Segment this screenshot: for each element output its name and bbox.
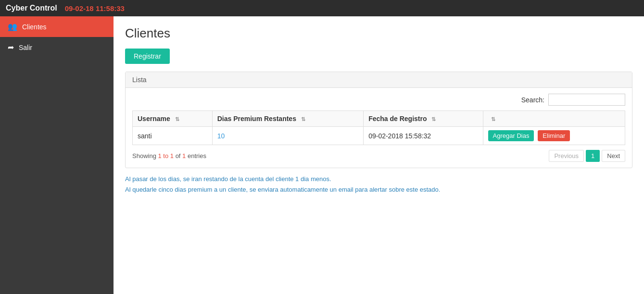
cell-dias-premium: 10 [212, 127, 363, 145]
table-wrapper: Search: Username ⇅ Dias Premium Restante… [126, 88, 632, 168]
col-username: Username ⇅ [133, 111, 213, 127]
clientes-icon: 👥 [8, 22, 17, 31]
content-area: Clientes Registrar Lista Search: Usernam… [114, 16, 644, 294]
app-title: Cyber Control [6, 4, 57, 12]
sort-dias-icon[interactable]: ⇅ [301, 116, 305, 122]
register-button[interactable]: Registrar [125, 49, 170, 64]
cell-actions: Agregar Dias Eliminar [483, 127, 625, 145]
topbar: Cyber Control 09-02-18 11:58:33 [0, 0, 644, 16]
search-label: Search: [521, 96, 544, 104]
sort-username-icon[interactable]: ⇅ [175, 116, 179, 122]
info-note-2: Al quedarle cinco dias premium a un clie… [125, 184, 632, 195]
previous-button[interactable]: Previous [549, 150, 584, 162]
cell-fecha-registro: 09-02-2018 15:58:32 [364, 127, 483, 145]
table-row: santi 10 09-02-2018 15:58:32 Agregar Dia… [133, 127, 625, 145]
datetime: 09-02-18 11:58:33 [65, 4, 125, 12]
search-row: Search: [132, 94, 625, 106]
table-head: Username ⇅ Dias Premium Restantes ⇅ Fech… [133, 111, 625, 127]
salir-icon: ➦ [8, 43, 14, 52]
info-note-1: Al pasar de los dias, se iran restando d… [125, 174, 632, 184]
col-dias-premium: Dias Premium Restantes ⇅ [212, 111, 363, 127]
cell-username: santi [133, 127, 213, 145]
clients-table: Username ⇅ Dias Premium Restantes ⇅ Fech… [132, 110, 625, 145]
delete-button[interactable]: Eliminar [538, 130, 570, 141]
table-card-header: Lista [126, 72, 632, 88]
sidebar-item-clientes[interactable]: 👥 Clientes [0, 16, 114, 37]
main-layout: 👥 Clientes ➦ Salir Clientes Registrar Li… [0, 16, 644, 294]
table-header-row: Username ⇅ Dias Premium Restantes ⇅ Fech… [133, 111, 625, 127]
info-notes: Al pasar de los dias, se iran restando d… [125, 174, 632, 195]
table-body: santi 10 09-02-2018 15:58:32 Agregar Dia… [133, 127, 625, 145]
pagination-controls: Previous 1 Next [549, 150, 625, 162]
showing-text: Showing 1 to 1 of 1 entries [132, 152, 206, 159]
sort-actions-icon[interactable]: ⇅ [491, 116, 495, 122]
search-input[interactable] [548, 94, 625, 106]
sort-fecha-icon[interactable]: ⇅ [431, 116, 436, 122]
page-title: Clientes [125, 26, 632, 41]
col-actions: ⇅ [483, 111, 625, 127]
sidebar-clientes-label: Clientes [22, 23, 47, 31]
pagination-row: Showing 1 to 1 of 1 entries Previous 1 N… [132, 150, 625, 162]
next-button[interactable]: Next [602, 150, 625, 162]
sidebar-salir-label: Salir [19, 44, 32, 51]
page-1-button[interactable]: 1 [586, 150, 600, 162]
sidebar: 👥 Clientes ➦ Salir [0, 16, 114, 294]
add-days-button[interactable]: Agregar Dias [488, 130, 534, 141]
sidebar-item-salir[interactable]: ➦ Salir [0, 37, 114, 58]
col-fecha-registro: Fecha de Registro ⇅ [364, 111, 483, 127]
table-card: Lista Search: Username ⇅ [125, 72, 632, 168]
